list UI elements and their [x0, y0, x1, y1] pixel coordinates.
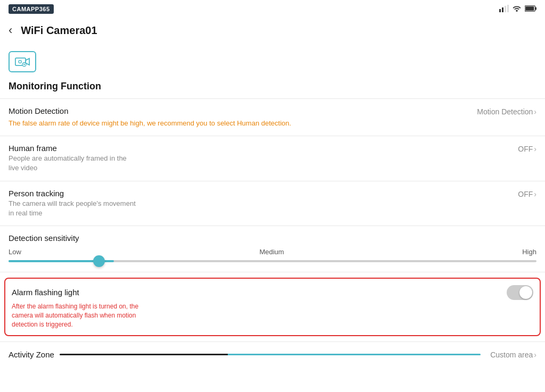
sensitivity-labels: Low Medium High	[9, 248, 536, 256]
sensitivity-medium: Medium	[259, 248, 284, 256]
svg-rect-0	[499, 9, 501, 12]
back-button[interactable]: ‹	[9, 23, 12, 37]
sensitivity-low: Low	[9, 248, 21, 256]
sensitivity-title: Detection sensitivity	[9, 233, 536, 243]
toggle-knob	[519, 286, 532, 299]
motion-detection-row[interactable]: Motion Detection Motion Detection › The …	[0, 99, 545, 136]
status-bar: CAMAPP365	[0, 0, 545, 18]
human-frame-sublabel: People are automatically framed in the l…	[9, 154, 136, 173]
signal-icon	[499, 5, 509, 14]
svg-rect-6	[525, 6, 534, 11]
wifi-icon	[512, 4, 522, 14]
svg-rect-5	[535, 7, 536, 10]
sensitivity-high: High	[522, 248, 536, 256]
activity-zone-label: Activity Zone	[9, 350, 54, 359]
motion-detection-label: Motion Detection	[9, 106, 473, 115]
alarm-flashing-light-sublabel: After the alarm flashing light is turned…	[12, 302, 150, 329]
human-frame-value[interactable]: OFF ›	[518, 144, 536, 153]
activity-zone-chevron: ›	[534, 351, 536, 359]
person-tracking-row[interactable]: Person tracking The camera will track pe…	[0, 181, 545, 226]
svg-rect-3	[507, 5, 509, 12]
camera-icon	[9, 51, 36, 72]
alarm-label-group: Alarm flashing light	[12, 288, 79, 297]
human-frame-row[interactable]: Human frame People are automatically fra…	[0, 136, 545, 180]
alarm-row-container: Alarm flashing light After the alarm fla…	[0, 272, 545, 341]
section-title: Monitoring Function	[0, 77, 545, 98]
alarm-flashing-light-row[interactable]: Alarm flashing light After the alarm fla…	[4, 278, 541, 336]
svg-rect-2	[505, 6, 506, 12]
person-tracking-sublabel: The camera will track people's movement …	[9, 199, 136, 218]
human-frame-chevron: ›	[534, 145, 536, 153]
human-frame-label: Human frame	[9, 144, 514, 153]
alarm-flashing-light-label: Alarm flashing light	[12, 288, 79, 297]
page-title: WiFi Camera01	[21, 24, 97, 37]
camera-icon-area	[0, 43, 545, 77]
person-tracking-chevron: ›	[534, 190, 536, 198]
activity-zone-line	[60, 354, 481, 355]
svg-point-9	[19, 60, 21, 63]
sensitivity-slider-thumb[interactable]	[93, 255, 105, 267]
detection-sensitivity-section: Detection sensitivity Low Medium High	[0, 226, 545, 272]
motion-detection-chevron: ›	[534, 107, 536, 116]
alarm-flashing-light-toggle[interactable]	[507, 285, 533, 300]
activity-zone-value[interactable]: Custom area ›	[490, 349, 536, 359]
app-logo: CAMAPP365	[9, 4, 54, 14]
motion-detection-value[interactable]: Motion Detection ›	[477, 106, 536, 116]
svg-rect-1	[502, 7, 503, 12]
person-tracking-value[interactable]: OFF ›	[518, 189, 536, 198]
battery-icon	[525, 4, 536, 14]
sensitivity-slider-track[interactable]	[9, 260, 536, 262]
status-icons	[499, 4, 536, 14]
person-tracking-label: Person tracking	[9, 189, 514, 198]
svg-point-11	[23, 64, 25, 65]
activity-zone-row[interactable]: Activity Zone Custom area ›	[0, 342, 545, 366]
motion-detection-warning: The false alarm rate of device might be …	[9, 119, 536, 128]
header: ‹ WiFi Camera01	[0, 18, 545, 43]
